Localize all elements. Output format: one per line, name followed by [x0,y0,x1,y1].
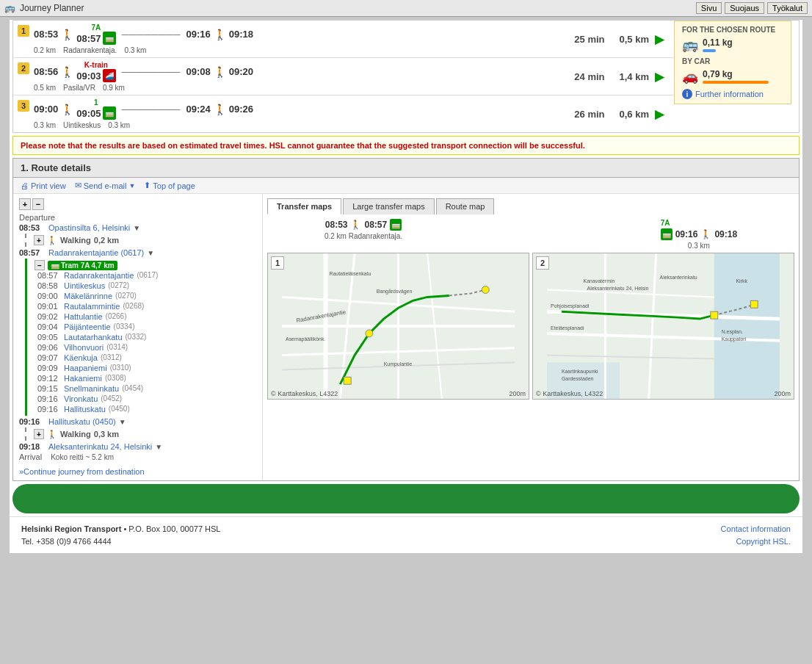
mid-time-1b: 09:16 [186,29,211,40]
tram-badge-icon: 🚃 [51,261,59,270]
details-body: + − Departure 08:53 Opastinsilta 6, Hels… [13,194,799,480]
svg-text:Kauppatori: Kauppatori [722,336,747,342]
route-timeline-3: 09:00 🚶 1 09:05 🚃 ———————— 09:24 🚶 09:26 [34,98,567,129]
cta-bar[interactable] [12,484,800,513]
top-btn[interactable]: ⬆ Top of page [144,181,195,190]
route-num-2: 2 [18,62,29,74]
svg-text:N.esplan.: N.esplan. [722,329,743,335]
sub2-2: Pasila/VR [63,84,95,92]
t1-walk-icon: 🚶 [350,220,361,230]
route-stats-2: 24 min 1,4 km [574,71,649,82]
duration-2: 24 min [574,71,604,82]
walk-person-icon-2: 🚶 [47,430,57,439]
svg-rect-18 [714,253,780,399]
walk-icon-3b: 🚶 [214,104,226,115]
t1-time1: 08:53 [325,220,348,230]
walk-icon-2a: 🚶 [61,66,73,78]
stop3-name[interactable]: Hallituskatu (0450) [48,417,116,426]
route-row-3: 3 09:00 🚶 1 09:05 🚃 ———————— 09:24 🚶 [13,95,674,132]
collapse-all-btn[interactable]: − [32,198,44,210]
svg-text:Rautatieläisenkatu: Rautatieläisenkatu [329,271,371,276]
stop2-name[interactable]: Radanrakentajantie (0617) [48,248,144,257]
expand-all-btn[interactable]: + [19,198,31,210]
stop3-dropdown[interactable]: ▼ [119,418,126,426]
sub1-3: 0.3 km [34,121,56,129]
maps-panel: Transfer maps Large transfer maps Route … [263,194,799,480]
t1-tram-icon: 🚃 [390,219,402,231]
toolbar: 🖨 Print view ✉ Send e-mail ▼ ⬆ Top of pa… [13,178,799,194]
browser-title: Journey Planner [20,3,84,13]
browser-icon: 🚌 [4,3,15,13]
mid-time-3b: 09:24 [186,104,211,115]
continue-link[interactable]: »Continue journey from destination [19,467,145,476]
svg-rect-27 [750,300,758,308]
walk-icon-2b: 🚶 [214,66,226,78]
bus-icon: 🚌 [682,37,698,53]
route-stats-1: 25 min 0,5 km [574,34,649,45]
tram-collapse-btn[interactable]: − [35,260,45,270]
t2-dist: 0.3 km [688,242,710,250]
email-btn[interactable]: ✉ Send e-mail ▼ [75,181,136,190]
walk-vert-line-1 [25,234,26,247]
svg-text:Aleksanterinkatu: Aleksanterinkatu [660,275,697,280]
t2-time1: 09:16 [675,229,698,239]
walk-header-2: + 🚶 Walking 0,3 km [34,429,256,439]
route-arrow-3[interactable]: ▶ [655,107,664,121]
walk-expand-btn-1[interactable]: + [34,235,44,245]
tram-stop-9: 09:09 Haapaniemi (0310) [37,363,256,373]
tab-large[interactable]: Large transfer maps [343,198,434,214]
stop1-time: 08:53 [19,223,46,232]
tram-stop-13: 09:16 Hallituskatu (0450) [37,404,256,414]
suojaus-button[interactable]: Suojaus [725,2,764,14]
co2-title: FOR THE CHOSEN ROUTE [682,26,783,34]
t2-tram-icon: 🚃 [661,228,673,240]
sub3-2: 0.9 km [103,84,125,92]
itinerary-panel: + − Departure 08:53 Opastinsilta 6, Hels… [13,194,263,480]
contact-info-link[interactable]: Contact information [721,524,791,533]
svg-point-11 [482,286,489,294]
walk-segment-1: + 🚶 Walking 0,2 km [25,234,256,247]
car-title: BY CAR [682,57,783,65]
bar-2: ———————— [119,68,184,76]
footer-left: Helsinki Region Transport • P.O. Box 100… [21,523,220,547]
t1-time2: 08:57 [364,220,387,230]
car-co2-bar [703,81,769,84]
arrival-label: Arrival [19,452,42,461]
tyokalut-button[interactable]: Työkalut [767,2,808,14]
stop1-name[interactable]: Opastinsilta 6, Helsinki [48,223,130,232]
tab-transfer[interactable]: Transfer maps [267,198,341,214]
map-2[interactable]: 2 [532,253,794,400]
sub2-1: Radanrakentaja. [63,46,117,54]
stop4-dropdown[interactable]: ▼ [155,443,162,451]
t2-line-label: 7A [661,219,670,227]
walk-header-1: + 🚶 Walking 0,2 km [34,235,256,245]
sivu-button[interactable]: Sivu [696,2,722,14]
tram-stop-12: 09:16 Vironkatu (0452) [37,394,256,404]
train-icon-2: 🚄 [103,69,116,82]
stop2-dropdown[interactable]: ▼ [147,249,154,257]
continue-row: »Continue journey from destination [19,467,256,476]
info-icon: i [682,89,692,99]
svg-text:Bangårdsvägen: Bangårdsvägen [377,289,413,295]
svg-text:Kumpulantie: Kumpulantie [384,361,413,367]
stop4-name[interactable]: Aleksanterinkatu 24, Helsinki [48,442,152,451]
further-info-link[interactable]: i Further information [682,89,783,99]
line1-label: 1 [94,98,98,107]
transfer-seg-1: 08:53 🚶 08:57 🚃 0.2 km Radanrakentaja. [325,219,402,250]
ktrain-label: K-train [84,61,108,69]
tab-route[interactable]: Route map [436,198,495,214]
svg-point-10 [366,330,373,337]
bar-1: ———————— [119,30,184,38]
map-1[interactable]: 1 [267,253,529,400]
print-btn[interactable]: 🖨 Print view [21,181,66,190]
map-svg-2: Pohjoisesplanadi Eteläesplanadi Kaartink… [533,253,794,399]
tram-stop-0: 08:57 Radanrakentajantie (0617) [37,270,256,281]
walk-expand-btn-2[interactable]: + [34,429,44,439]
route-arrow-1[interactable]: ▶ [655,32,664,46]
sub1-2: 0.5 km [34,84,56,92]
tram-icon-3: 🚃 [103,107,116,120]
copyright: Copyright HSL. [736,537,791,546]
route-arrow-2[interactable]: ▶ [655,70,664,84]
stop1-dropdown[interactable]: ▼ [133,224,140,232]
transfer-header: 08:53 🚶 08:57 🚃 0.2 km Radanrakentaja. 7… [267,219,794,250]
